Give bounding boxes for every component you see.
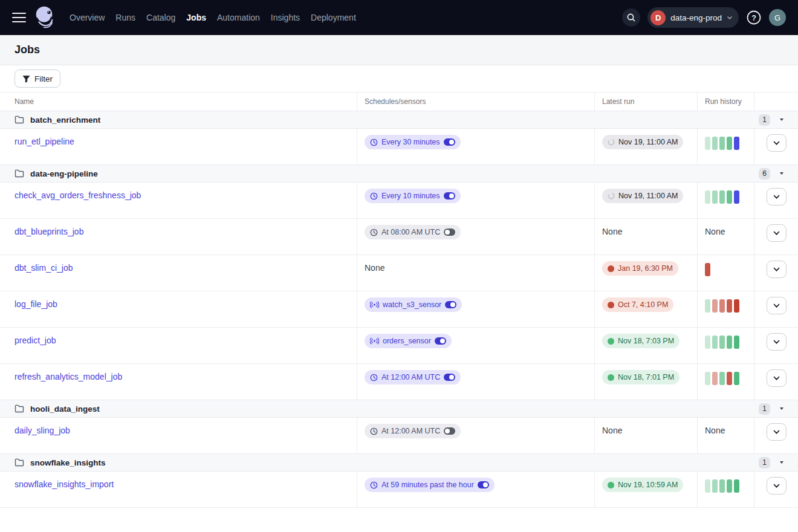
- run-history-bars: [705, 263, 754, 276]
- schedule-pill[interactable]: Every 30 minutes: [365, 135, 461, 149]
- expand-row-button[interactable]: [767, 224, 787, 242]
- expand-row-button[interactable]: [767, 369, 787, 387]
- run-history-bar[interactable]: [712, 190, 718, 204]
- job-name-link[interactable]: dbt_blueprints_job: [15, 227, 83, 236]
- run-history-bar[interactable]: [712, 479, 718, 493]
- help-button[interactable]: ?: [746, 10, 762, 25]
- nav-item-runs[interactable]: Runs: [115, 13, 135, 22]
- run-history-bar[interactable]: [727, 299, 732, 313]
- run-history-bar[interactable]: [734, 336, 739, 349]
- schedule-toggle[interactable]: [444, 374, 455, 381]
- schedule-toggle[interactable]: [444, 138, 455, 146]
- run-history-bar[interactable]: [734, 372, 739, 385]
- menu-icon[interactable]: [12, 13, 26, 22]
- run-history-bar[interactable]: [719, 479, 725, 493]
- latest-run-pill[interactable]: Nov 19, 10:59 AM: [602, 478, 683, 492]
- search-button[interactable]: [622, 8, 640, 27]
- schedule-toggle[interactable]: [444, 192, 455, 199]
- deployment-switcher[interactable]: D data-eng-prod: [647, 7, 739, 28]
- job-name-link[interactable]: predict_job: [15, 336, 56, 345]
- latest-run-pill[interactable]: Nov 18, 7:03 PM: [602, 334, 680, 348]
- run-history-bar[interactable]: [734, 137, 739, 150]
- run-history-bar[interactable]: [727, 137, 732, 150]
- sensor-pill[interactable]: orders_sensor: [365, 334, 452, 348]
- schedule-pill[interactable]: At 59 minutes past the hour: [365, 478, 495, 492]
- dagster-logo-icon[interactable]: [33, 5, 57, 30]
- run-history-bar[interactable]: [705, 263, 710, 276]
- run-history-bar[interactable]: [705, 137, 710, 150]
- schedule-pill[interactable]: At 12:00 AM UTC: [365, 424, 461, 438]
- nav-item-jobs[interactable]: Jobs: [186, 13, 206, 22]
- chevron-down-icon: [773, 195, 780, 199]
- run-history-bar[interactable]: [734, 479, 739, 493]
- group-collapse-icon[interactable]: [780, 118, 783, 121]
- expand-row-button[interactable]: [767, 333, 787, 351]
- job-name-link[interactable]: refresh_analytics_model_job: [15, 372, 122, 381]
- group-row[interactable]: hooli_data_ingest 1: [0, 400, 798, 418]
- latest-run-pill[interactable]: Oct 7, 4:10 PM: [602, 297, 673, 312]
- run-history-bar[interactable]: [727, 190, 732, 204]
- run-history-bar[interactable]: [705, 190, 710, 204]
- nav-item-catalog[interactable]: Catalog: [146, 13, 175, 22]
- nav-item-overview[interactable]: Overview: [70, 13, 105, 22]
- expand-row-button[interactable]: [767, 297, 787, 314]
- latest-run-none: None: [602, 426, 622, 435]
- run-history-bar[interactable]: [705, 299, 710, 313]
- run-history-bar[interactable]: [719, 372, 725, 385]
- group-count-badge: 6: [759, 168, 770, 180]
- expand-row-button[interactable]: [767, 477, 787, 495]
- run-history-bar[interactable]: [719, 137, 725, 150]
- latest-run-pill[interactable]: Nov 19, 11:00 AM: [602, 189, 683, 203]
- run-history-bar[interactable]: [719, 336, 725, 349]
- run-history-bar[interactable]: [712, 372, 718, 385]
- job-name-link[interactable]: check_avg_orders_freshness_job: [15, 190, 141, 200]
- expand-row-button[interactable]: [767, 188, 787, 206]
- run-history-bar[interactable]: [705, 372, 710, 385]
- job-name-link[interactable]: dbt_slim_ci_job: [15, 263, 73, 273]
- run-history-bar[interactable]: [727, 372, 732, 385]
- schedule-pill[interactable]: Every 10 minutes: [365, 189, 461, 203]
- nav-item-automation[interactable]: Automation: [217, 13, 260, 22]
- schedule-pill[interactable]: At 12:00 AM UTC: [365, 370, 461, 384]
- latest-run-pill[interactable]: Nov 19, 11:00 AM: [602, 135, 683, 149]
- filter-button[interactable]: Filter: [15, 70, 60, 88]
- run-history-bar[interactable]: [734, 299, 739, 313]
- group-row[interactable]: snowflake_insights 1: [0, 454, 798, 472]
- expand-row-button[interactable]: [767, 423, 787, 441]
- schedule-toggle[interactable]: [445, 301, 456, 308]
- run-history-bar[interactable]: [719, 190, 725, 204]
- group-collapse-icon[interactable]: [780, 172, 783, 175]
- group-row[interactable]: batch_enrichment 1: [0, 111, 798, 129]
- sensor-pill[interactable]: watch_s3_sensor: [365, 297, 462, 312]
- schedule-toggle[interactable]: [478, 481, 489, 488]
- run-history-bar[interactable]: [727, 479, 732, 493]
- run-history-bar[interactable]: [727, 336, 732, 349]
- group-row[interactable]: data-eng-pipeline 6: [0, 165, 798, 183]
- job-name-link[interactable]: log_file_job: [15, 299, 57, 309]
- run-history-bar[interactable]: [734, 190, 739, 204]
- latest-run-pill[interactable]: Jan 19, 6:30 PM: [602, 261, 678, 276]
- run-history-bar[interactable]: [712, 299, 718, 313]
- schedule-pill[interactable]: At 08:00 AM UTC: [365, 225, 461, 239]
- latest-run-cell: Nov 18, 7:01 PM: [594, 364, 697, 400]
- run-history-bar[interactable]: [712, 137, 718, 150]
- latest-run-pill[interactable]: Nov 18, 7:01 PM: [602, 370, 680, 384]
- schedule-toggle[interactable]: [444, 229, 455, 236]
- expand-row-button[interactable]: [767, 261, 787, 278]
- job-name-link[interactable]: run_etl_pipeline: [15, 137, 74, 146]
- job-name-link[interactable]: snowflake_insights_import: [15, 479, 114, 489]
- run-history-bar[interactable]: [705, 479, 710, 493]
- schedule-toggle[interactable]: [435, 337, 446, 345]
- expand-row-button[interactable]: [767, 134, 787, 152]
- run-history-bar[interactable]: [712, 336, 718, 349]
- group-collapse-icon[interactable]: [780, 407, 783, 410]
- group-collapse-icon[interactable]: [780, 461, 783, 464]
- job-name-link[interactable]: daily_sling_job: [15, 426, 70, 435]
- avatar[interactable]: G: [769, 9, 786, 26]
- nav-item-deployment[interactable]: Deployment: [311, 13, 356, 22]
- table-header: Name Schedules/sensors Latest run Run hi…: [0, 92, 798, 111]
- run-history-bar[interactable]: [719, 299, 725, 313]
- schedule-toggle[interactable]: [444, 427, 455, 435]
- nav-item-insights[interactable]: Insights: [271, 13, 300, 22]
- run-history-bar[interactable]: [705, 336, 710, 349]
